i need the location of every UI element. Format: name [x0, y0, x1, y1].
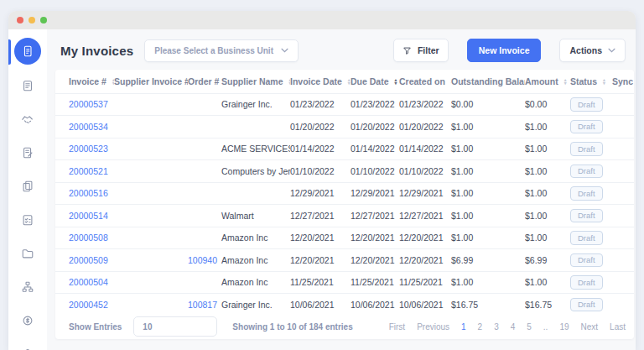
pagination-page-19[interactable]: 19 — [559, 322, 569, 332]
cell-status: Draft — [570, 227, 612, 249]
column-header-supplier_name[interactable]: Supplier Name▴▾ — [221, 70, 290, 93]
invoice_no-link[interactable]: 20000508 — [69, 232, 108, 243]
status-badge: Draft — [570, 120, 603, 134]
show-entries-label: Show Entries — [69, 322, 122, 332]
cell-invoice_no: 20000504 — [55, 271, 114, 294]
pagination-previous[interactable]: Previous — [417, 322, 449, 332]
invoice_no-link[interactable]: 20000521 — [69, 166, 108, 176]
column-header-due_date[interactable]: Due Date▴▾ — [351, 70, 399, 93]
pagination-last[interactable]: Last — [610, 322, 626, 332]
table-row: 20000504Amazon Inc11/25/202111/25/202111… — [55, 271, 634, 294]
pagination-page-5[interactable]: 5 — [527, 322, 532, 332]
cell-order_no — [188, 205, 221, 227]
pagination-page-1[interactable]: 1 — [461, 322, 466, 332]
column-header-order_no[interactable]: Order #▴▾ — [188, 70, 221, 93]
minimize-window-button[interactable] — [29, 17, 35, 24]
sidebar-item-documents-copy[interactable] — [15, 174, 40, 199]
invoice_no-link[interactable]: 20000504 — [69, 277, 108, 287]
invoices-table-card: Invoice #▴▾Supplier Invoice #▴▾Order #▴▾… — [55, 70, 634, 339]
cell-amount: $1.00 — [525, 182, 570, 205]
sort-icon[interactable]: ▴▾ — [603, 78, 605, 85]
cell-invoice_date: 11/25/2021 — [290, 271, 351, 294]
table-row: 2000053401/20/202201/20/202201/20/2022$1… — [55, 116, 634, 138]
new-invoice-button-label: New Invoice — [479, 45, 530, 55]
filter-icon — [402, 46, 412, 55]
handshake-icon — [21, 112, 34, 126]
cell-invoice_date: 12/27/2021 — [290, 205, 351, 227]
sidebar-item-coins[interactable] — [15, 308, 40, 333]
column-header-invoice_date[interactable]: Invoice Date▴▾ — [290, 70, 351, 93]
column-header-supplier_invoice_no[interactable]: Supplier Invoice #▴▾ — [114, 70, 188, 93]
show-entries-input[interactable] — [133, 316, 217, 337]
invoice_no-link[interactable]: 20000534 — [69, 122, 108, 132]
pagination-next[interactable]: Next — [581, 322, 599, 332]
cell-supplier_name: Computers by Jenni — [221, 160, 290, 183]
invoice_no-link[interactable]: 20000516 — [69, 188, 108, 198]
filter-button[interactable]: Filter — [393, 39, 449, 62]
invoice_no-link[interactable]: 20000509 — [69, 255, 108, 265]
cell-due_date: 01/23/2022 — [351, 93, 399, 116]
cell-supplier_name: Amazon Inc — [221, 227, 290, 249]
invoice_no-link[interactable]: 20000537 — [69, 99, 108, 109]
sidebar-item-document-edit[interactable] — [15, 140, 40, 165]
bill-list-icon — [21, 79, 34, 92]
cell-sync_status — [612, 116, 634, 138]
sort-icon[interactable]: ▴▾ — [395, 78, 397, 85]
table-row: 20000523ACME SERVICES LLC01/14/202201/14… — [55, 138, 634, 160]
cell-supplier_invoice_no — [114, 227, 188, 249]
pagination-page-2[interactable]: 2 — [478, 322, 483, 332]
actions-button[interactable]: Actions — [559, 39, 626, 62]
pagination-first[interactable]: First — [389, 322, 405, 332]
invoice_no-link[interactable]: 20000523 — [69, 144, 108, 154]
cell-outstanding_balance: $1.00 — [451, 271, 525, 294]
sort-icon[interactable]: ▴▾ — [564, 78, 567, 85]
sidebar-item-layers[interactable] — [15, 342, 40, 350]
cell-status: Draft — [570, 271, 612, 294]
cell-supplier_invoice_no — [114, 93, 188, 116]
invoices-table: Invoice #▴▾Supplier Invoice #▴▾Order #▴▾… — [55, 70, 634, 316]
column-header-outstanding_balance[interactable]: Outstanding Balance▴▾ — [451, 70, 525, 93]
sidebar — [8, 29, 47, 350]
cell-sync_status — [612, 205, 634, 227]
status-badge: Draft — [570, 298, 603, 312]
cell-due_date: 01/20/2022 — [351, 116, 399, 138]
cell-supplier_invoice_no — [114, 271, 188, 294]
column-header-created_on[interactable]: Created on▴▾ — [399, 70, 451, 93]
maximize-window-button[interactable] — [40, 17, 47, 24]
column-header-amount[interactable]: Amount▴▾ — [525, 70, 570, 93]
column-label: Order # — [188, 76, 219, 86]
invoice_no-link[interactable]: 20000514 — [69, 211, 108, 221]
pagination-page-4[interactable]: 4 — [511, 322, 516, 332]
app-window: My Invoices Please Select a Business Uni… — [8, 11, 636, 350]
folder-icon — [21, 247, 34, 260]
sidebar-item-checklist[interactable] — [15, 207, 40, 232]
cell-supplier_invoice_no — [114, 182, 188, 205]
status-badge: Draft — [570, 231, 603, 245]
page-title: My Invoices — [60, 44, 133, 58]
column-label: Created on — [399, 76, 445, 86]
column-header-invoice_no[interactable]: Invoice #▴▾ — [55, 70, 114, 93]
column-header-sync_status[interactable]: Sync Status▴▾ — [612, 70, 634, 93]
cell-created_on: 11/25/2021 — [399, 271, 451, 294]
column-label: Invoice Date — [290, 76, 342, 86]
cell-invoice_date: 01/10/2022 — [290, 160, 351, 183]
sidebar-item-bill-list[interactable] — [15, 73, 40, 98]
sidebar-item-org-chart[interactable] — [15, 274, 40, 300]
sidebar-item-invoices[interactable] — [14, 38, 41, 65]
cell-outstanding_balance: $1.00 — [451, 116, 525, 138]
sidebar-item-folder[interactable] — [15, 241, 40, 266]
filter-button-label: Filter — [418, 45, 439, 55]
cell-outstanding_balance: $1.00 — [451, 182, 525, 205]
order_no-link[interactable]: 100940 — [188, 255, 217, 265]
sidebar-item-handshake[interactable] — [15, 107, 40, 132]
close-window-button[interactable] — [17, 17, 23, 24]
pagination-page-3[interactable]: 3 — [494, 322, 499, 332]
showing-entries-text: Showing 1 to 10 of 184 entries — [232, 322, 352, 332]
new-invoice-button[interactable]: New Invoice — [467, 39, 542, 62]
cell-supplier_name: ACME SERVICES LLC — [221, 138, 290, 160]
order_no-link[interactable]: 100817 — [188, 300, 217, 310]
business-unit-select[interactable]: Please Select a Business Unit — [144, 39, 299, 62]
cell-due_date: 11/25/2021 — [351, 271, 399, 294]
column-header-status[interactable]: Status▴▾ — [570, 70, 612, 93]
invoice_no-link[interactable]: 20000452 — [69, 300, 108, 310]
